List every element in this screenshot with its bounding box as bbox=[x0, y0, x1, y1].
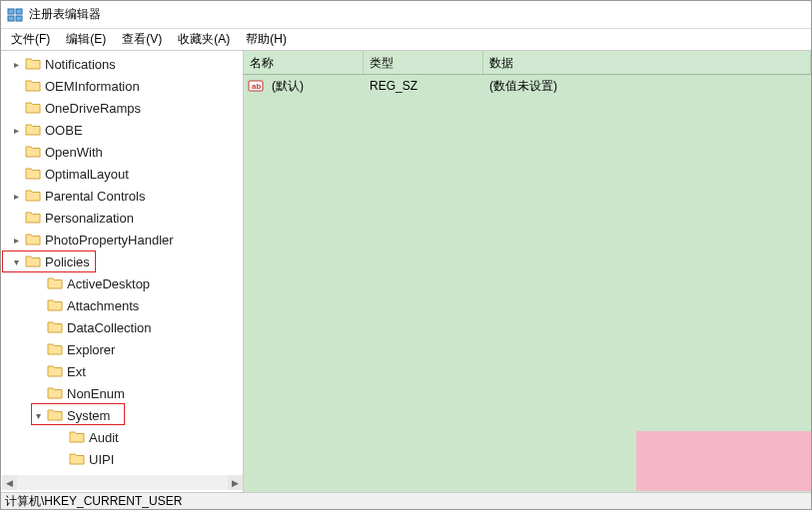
tree-label: Explorer bbox=[67, 342, 115, 357]
svg-text:ab: ab bbox=[252, 82, 261, 91]
folder-icon bbox=[47, 320, 63, 334]
tree-label: Policies bbox=[45, 255, 90, 269]
folder-icon bbox=[47, 342, 63, 356]
folder-icon bbox=[25, 123, 41, 137]
tree-label: NonEnum bbox=[67, 386, 125, 401]
tree-item[interactable]: Attachments bbox=[1, 294, 243, 316]
tree-item[interactable]: NonEnum bbox=[1, 382, 243, 404]
scroll-left-icon[interactable]: ◀ bbox=[2, 475, 17, 490]
tree-label: Ext bbox=[67, 364, 86, 379]
tree-label: OEMInformation bbox=[45, 79, 140, 94]
tree-label: UIPI bbox=[89, 452, 114, 467]
window-title: 注册表编辑器 bbox=[29, 6, 101, 23]
titlebar: 注册表编辑器 bbox=[1, 1, 811, 29]
folder-icon bbox=[25, 57, 41, 71]
tree-item[interactable]: OpenWith bbox=[1, 141, 243, 163]
folder-icon bbox=[25, 189, 41, 203]
statusbar: 计算机\HKEY_CURRENT_USER bbox=[1, 492, 811, 510]
values-header: 名称 类型 数据 bbox=[244, 51, 811, 75]
folder-icon bbox=[25, 167, 41, 181]
folder-icon bbox=[25, 145, 41, 159]
tree-label: System bbox=[67, 408, 110, 423]
value-name: (默认) bbox=[266, 76, 364, 97]
tree-item[interactable]: OptimalLayout bbox=[1, 163, 243, 185]
values-pane: 名称 类型 数据 ab (默认) REG_SZ (数值未设置) bbox=[244, 51, 811, 492]
col-header-type[interactable]: 类型 bbox=[364, 51, 483, 74]
expand-icon[interactable]: ▾ bbox=[31, 408, 45, 422]
tree-item[interactable]: ▸PhotoPropertyHandler bbox=[1, 229, 243, 251]
tree-label: Notifications bbox=[45, 57, 116, 72]
value-type: REG_SZ bbox=[364, 77, 483, 95]
tree-item[interactable]: ▾System bbox=[1, 404, 243, 426]
value-row[interactable]: ab (默认) REG_SZ (数值未设置) bbox=[244, 75, 811, 97]
expand-icon[interactable]: ▸ bbox=[9, 189, 23, 203]
tree-item[interactable]: ActiveDesktop bbox=[1, 272, 243, 294]
folder-icon bbox=[25, 233, 41, 247]
tree-label: Personalization bbox=[45, 211, 134, 226]
col-header-name[interactable]: 名称 bbox=[244, 51, 364, 74]
tree-item[interactable]: OneDriveRamps bbox=[1, 97, 243, 119]
tree-label: Parental Controls bbox=[45, 189, 145, 204]
tree-label: PhotoPropertyHandler bbox=[45, 233, 174, 248]
tree-label: Audit bbox=[89, 430, 119, 445]
folder-icon bbox=[69, 430, 85, 444]
tree-item[interactable]: Explorer bbox=[1, 338, 243, 360]
tree-item[interactable]: Audit bbox=[1, 426, 243, 448]
folder-icon bbox=[25, 79, 41, 93]
folder-icon bbox=[47, 276, 63, 290]
svg-rect-2 bbox=[8, 16, 14, 21]
tree-item[interactable]: OEMInformation bbox=[1, 75, 243, 97]
tree-label: OpenWith bbox=[45, 145, 103, 160]
tree-item[interactable]: ▸Parental Controls bbox=[1, 185, 243, 207]
menu-file[interactable]: 文件(F) bbox=[3, 29, 58, 50]
tree-pane[interactable]: ▸NotificationsOEMInformationOneDriveRamp… bbox=[1, 51, 244, 492]
regedit-icon bbox=[7, 7, 23, 23]
tree-label: DataCollection bbox=[67, 320, 152, 335]
tree-label: ActiveDesktop bbox=[67, 276, 150, 291]
svg-rect-1 bbox=[16, 9, 22, 14]
tree-label: OneDriveRamps bbox=[45, 101, 141, 116]
tree-item[interactable]: ▸OOBE bbox=[1, 119, 243, 141]
scroll-right-icon[interactable]: ▶ bbox=[228, 475, 243, 490]
menubar: 文件(F) 编辑(E) 查看(V) 收藏夹(A) 帮助(H) bbox=[1, 29, 811, 51]
svg-rect-0 bbox=[8, 9, 14, 14]
folder-icon bbox=[47, 386, 63, 400]
folder-icon bbox=[25, 101, 41, 115]
expand-icon[interactable]: ▸ bbox=[9, 57, 23, 71]
folder-icon bbox=[25, 255, 41, 268]
tree-item[interactable]: Ext bbox=[1, 360, 243, 382]
tree-item[interactable]: ▾Policies bbox=[1, 251, 243, 272]
tree-item[interactable]: Personalization bbox=[1, 207, 243, 229]
svg-rect-3 bbox=[16, 16, 22, 21]
statusbar-path: 计算机\HKEY_CURRENT_USER bbox=[5, 493, 182, 510]
value-data: (数值未设置) bbox=[483, 76, 811, 97]
tree-item[interactable]: ▸Notifications bbox=[1, 53, 243, 75]
tree-label: OOBE bbox=[45, 123, 83, 138]
menu-favorites[interactable]: 收藏夹(A) bbox=[170, 29, 238, 50]
expand-icon[interactable]: ▸ bbox=[9, 233, 23, 247]
menu-help[interactable]: 帮助(H) bbox=[238, 29, 295, 50]
string-value-icon: ab bbox=[248, 78, 264, 94]
folder-icon bbox=[47, 298, 63, 312]
tree-label: OptimalLayout bbox=[45, 167, 129, 182]
tree-item[interactable]: UIPI bbox=[1, 448, 243, 470]
tree-horizontal-scrollbar[interactable]: ◀ ▶ bbox=[2, 475, 243, 490]
col-header-data[interactable]: 数据 bbox=[483, 51, 811, 74]
folder-icon bbox=[25, 211, 41, 225]
tree-item[interactable]: DataCollection bbox=[1, 316, 243, 338]
menu-view[interactable]: 查看(V) bbox=[114, 29, 170, 50]
folder-icon bbox=[69, 452, 85, 466]
tree-label: Attachments bbox=[67, 298, 139, 313]
expand-icon[interactable]: ▸ bbox=[9, 123, 23, 137]
folder-icon bbox=[47, 364, 63, 378]
folder-icon bbox=[47, 408, 63, 422]
expand-icon[interactable]: ▾ bbox=[9, 255, 23, 268]
menu-edit[interactable]: 编辑(E) bbox=[58, 29, 114, 50]
watermark-overlay bbox=[636, 431, 811, 491]
